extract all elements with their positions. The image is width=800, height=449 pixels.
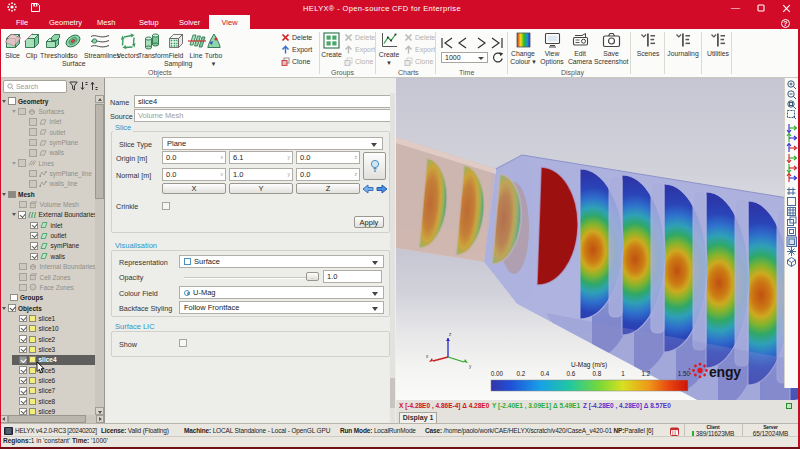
svg-text:1.2: 1.2 [642,370,651,377]
svg-text:0.4: 0.4 [541,370,550,377]
svg-text:0.8: 0.8 [593,370,602,377]
svg-text:1.50: 1.50 [678,370,691,377]
svg-text:1: 1 [621,370,625,377]
svg-text:U-Mag (m/s): U-Mag (m/s) [571,361,607,369]
svg-text:0.2: 0.2 [517,370,526,377]
svg-text:engy: engy [709,364,741,380]
svg-text:0.00: 0.00 [491,370,504,377]
svg-text:0.6: 0.6 [567,370,576,377]
